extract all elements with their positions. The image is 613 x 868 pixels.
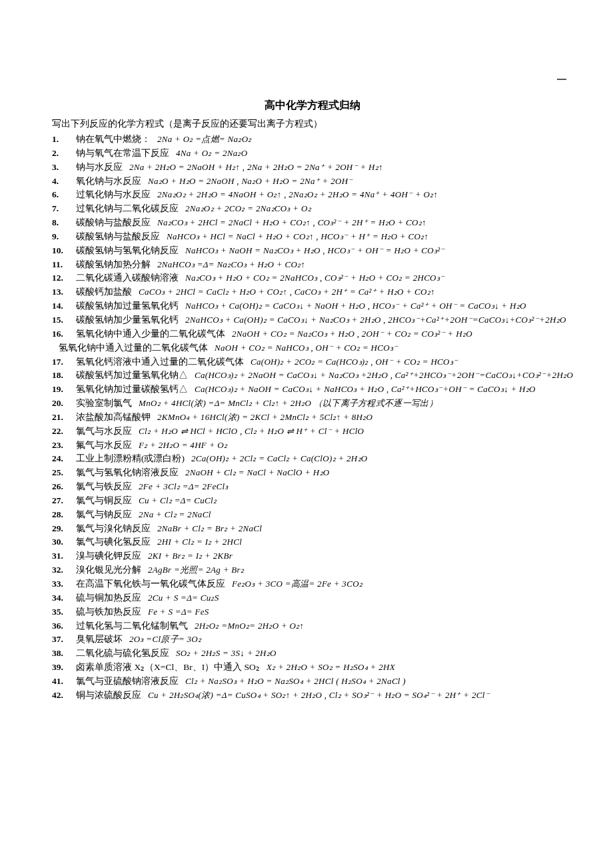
row-handwriting: CaCO₃ + 2HCl = CaCl₂ + H₂O + CO₂↑ , CaCO… — [139, 286, 435, 299]
row-number: 23. — [52, 439, 69, 452]
row-prompt: 氢氧化钠中通入少量的二氧化碳气体 — [76, 327, 225, 341]
row-prompt: 过氧化钠与水反应 — [76, 188, 151, 201]
row-prompt: 实验室制氯气 — [76, 397, 132, 410]
equation-row: 9.碳酸氢钠与盐酸反应NaHCO₃ + HCl = NaCl + H₂O + C… — [52, 230, 573, 243]
row-handwriting: 2KI + Br₂ = I₂ + 2KBr — [148, 550, 233, 563]
equation-row: 14.碳酸氢钠加过量氢氧化钙NaHCO₃ + Ca(OH)₂ = CaCO₃↓ … — [52, 299, 573, 313]
row-handwriting: Cl₂ + H₂O ⇌ HCl + HClO , Cl₂ + H₂O ⇌ H⁺ … — [139, 425, 364, 438]
row-prompt: 碳酸氢钠加热分解 — [76, 258, 151, 271]
equation-row: 18.碳酸氢钙加过量氢氧化钠△Ca(HCO₃)₂ + 2NaOH = CaCO₃… — [52, 369, 573, 382]
row-prompt: 氯气与氢氧化钠溶液反应 — [76, 466, 179, 479]
row-number: 4. — [52, 175, 69, 188]
row-handwriting: Na₂CO₃ + H₂O + CO₂ = 2NaHCO₃ , CO₃²⁻ + H… — [185, 272, 444, 285]
row-handwriting: 2Fe + 3Cl₂ =Δ= 2FeCl₃ — [139, 481, 229, 493]
row-handwriting: 2NaBr + Cl₂ = Br₂ + 2NaCl — [157, 523, 262, 535]
row-handwriting: Fe + S =Δ= FeS — [148, 606, 209, 619]
row-handwriting: Cu + 2H₂SO₄(浓) =Δ= CuSO₄ + SO₂↑ + 2H₂O ,… — [148, 689, 490, 702]
equation-row: 20.实验室制氯气MnO₂ + 4HCl(浓) =Δ= MnCl₂ + Cl₂↑… — [52, 397, 573, 410]
equation-row: 8.碳酸钠与盐酸反应Na₂CO₃ + 2HCl = 2NaCl + H₂O + … — [52, 216, 573, 229]
row-number: 35. — [52, 605, 69, 619]
row-number: 36. — [52, 619, 69, 633]
row-prompt: 二氧化碳通入碳酸钠溶液 — [76, 271, 179, 285]
row-handwriting: NaHCO₃ + Ca(OH)₂ = CaCO₃↓ + NaOH + H₂O ,… — [185, 300, 526, 313]
row-prompt: 溴与碘化钾反应 — [76, 549, 141, 563]
row-handwriting: 2NaOH + CO₂ = Na₂CO₃ + H₂O , 2OH⁻ + CO₂ … — [232, 328, 472, 341]
row-number: 30. — [52, 535, 69, 549]
row-prompt: 钠与水反应 — [76, 161, 123, 174]
row-handwriting: 2Na + Cl₂ = 2NaCl — [139, 509, 211, 521]
row-number: 11. — [52, 258, 69, 271]
equation-row: 1.钠在氧气中燃烧：2Na + O₂ =点燃= Na₂O₂ — [52, 133, 573, 146]
row-number: 37. — [52, 633, 69, 646]
row-number: 31. — [52, 549, 69, 563]
row-prompt: 氯气与铜反应 — [76, 494, 132, 507]
row-number: 13. — [52, 285, 69, 299]
row-handwriting: 2O₃ =Cl原子= 3O₂ — [129, 633, 201, 646]
row-number: 28. — [52, 508, 69, 521]
row-number: 22. — [52, 425, 69, 438]
row-handwriting: Fe₂O₃ + 3CO =高温= 2Fe + 3CO₂ — [232, 578, 362, 591]
row-number: 9. — [52, 230, 69, 243]
equation-row: 39.卤素单质溶液 X₂（X=Cl、Br、I）中通入 SO₂X₂ + 2H₂O … — [52, 661, 573, 674]
equation-row: 11.碳酸氢钠加热分解2NaHCO₃ =Δ= Na₂CO₃ + H₂O + CO… — [52, 258, 573, 271]
row-number: 10. — [52, 244, 69, 257]
equation-row: 6.过氧化钠与水反应2Na₂O₂ + 2H₂O = 4NaOH + O₂↑ , … — [52, 188, 573, 201]
row-number: 38. — [52, 647, 69, 660]
row-number: 16. — [52, 327, 69, 341]
row-prompt: 氧化钠与水反应 — [76, 175, 141, 188]
row-handwriting: 4Na + O₂ = 2Na₂O — [176, 147, 247, 160]
equation-row: 32.溴化银见光分解2AgBr =光照= 2Ag + Br₂ — [52, 563, 573, 577]
row-handwriting: X₂ + 2H₂O + SO₂ = H₂SO₄ + 2HX — [267, 661, 395, 674]
row-prompt: 氢氧化钠加过量碳酸氢钙△ — [76, 383, 188, 396]
row-number: 15. — [52, 313, 69, 327]
row-prompt: 氢氧化钙溶液中通入过量的二氧化碳气体 — [76, 355, 244, 369]
row-handwriting: Na₂O + H₂O = 2NaOH , Na₂O + H₂O = 2Na⁺ +… — [148, 175, 353, 188]
row-prompt: 钠在氧气中燃烧： — [76, 133, 151, 146]
row-number: 18. — [52, 369, 69, 382]
row-number: 12. — [52, 271, 69, 285]
row-number: 29. — [52, 522, 69, 535]
equation-row: 34.硫与铜加热反应2Cu + S =Δ= Cu₂S — [52, 591, 573, 605]
row-handwriting: 2AgBr =光照= 2Ag + Br₂ — [148, 564, 244, 577]
row-prompt: 氯气与溴化钠反应 — [76, 522, 151, 535]
row-number: 7. — [52, 202, 69, 215]
row-prompt: 碳酸氢钠加过量氢氧化钙 — [76, 299, 179, 313]
row-handwriting: Na₂CO₃ + 2HCl = 2NaCl + H₂O + CO₂↑ , CO₃… — [157, 217, 426, 229]
row-handwriting: 2HI + Cl₂ = I₂ + 2HCl — [157, 536, 242, 549]
row-handwriting: Ca(HCO₃)₂ + NaOH = CaCO₃↓ + NaHCO₃ + H₂O… — [195, 383, 536, 396]
row-handwriting: NaHCO₃ + HCl = NaCl + H₂O + CO₂↑ , HCO₃⁻… — [167, 231, 428, 243]
row-handwriting: 2NaOH + Cl₂ = NaCl + NaClO + H₂O — [185, 467, 330, 479]
equation-row: 7.过氧化钠与二氧化碳反应2Na₂O₂ + 2CO₂ = 2Na₂CO₃ + O… — [52, 202, 573, 215]
row-prompt: 碳酸氢钠与盐酸反应 — [76, 230, 160, 243]
row-handwriting: MnO₂ + 4HCl(浓) =Δ= MnCl₂ + Cl₂↑ + 2H₂O （… — [139, 397, 438, 410]
row-number: 3. — [52, 161, 69, 174]
row-number: 24. — [52, 452, 69, 465]
row-prompt: 碳酸氢钠与氢氧化钠反应 — [76, 244, 179, 257]
row-number: 14. — [52, 299, 69, 313]
row-prompt: 浓盐酸加高锰酸钾 — [76, 411, 151, 424]
row-prompt: 碳酸钙加盐酸 — [76, 285, 132, 299]
equation-row: 38.二氧化硫与硫化氢反应SO₂ + 2H₂S = 3S↓ + 2H₂O — [52, 647, 573, 660]
equation-row: 25.氯气与氢氧化钠溶液反应2NaOH + Cl₂ = NaCl + NaClO… — [52, 466, 573, 479]
row-prompt: 臭氧层破坏 — [76, 633, 123, 646]
row-prompt: 碳酸氢钙加过量氢氧化钠△ — [76, 369, 188, 382]
equation-row: 22.氯气与水反应Cl₂ + H₂O ⇌ HCl + HClO , Cl₂ + … — [52, 425, 573, 438]
row-prompt: 卤素单质溶液 X₂（X=Cl、Br、I）中通入 SO₂ — [76, 661, 260, 674]
equation-row: 13.碳酸钙加盐酸CaCO₃ + 2HCl = CaCl₂ + H₂O + CO… — [52, 285, 573, 299]
equation-row: 37.臭氧层破坏2O₃ =Cl原子= 3O₂ — [52, 633, 573, 646]
page-mark — [557, 79, 566, 80]
row-handwriting: Cu + Cl₂ =Δ= CuCl₂ — [139, 495, 217, 507]
row-prompt: 在高温下氧化铁与一氧化碳气体反应 — [76, 577, 225, 591]
equation-row: 41.氯气与亚硫酸钠溶液反应Cl₂ + Na₂SO₃ + H₂O = Na₂SO… — [52, 675, 573, 688]
row-prompt: 氢氧化钠中通入过量的二氧化碳气体 — [59, 341, 208, 355]
row-handwriting: Ca(OH)₂ + 2CO₂ = Ca(HCO₃)₂ , OH⁻ + CO₂ =… — [251, 356, 458, 369]
equation-row: 17.氢氧化钙溶液中通入过量的二氧化碳气体Ca(OH)₂ + 2CO₂ = Ca… — [52, 355, 573, 369]
row-prompt: 氯气与亚硫酸钠溶液反应 — [76, 675, 179, 688]
row-handwriting: 2KMnO₄ + 16HCl(浓) = 2KCl + 2MnCl₂ + 5Cl₂… — [157, 411, 372, 424]
row-prompt: 钠与氧气在常温下反应 — [76, 147, 169, 160]
equation-row: 19.氢氧化钠加过量碳酸氢钙△Ca(HCO₃)₂ + NaOH = CaCO₃↓… — [52, 383, 573, 396]
row-number: 20. — [52, 397, 69, 410]
equation-row: 36.过氧化氢与二氧化锰制氧气2H₂O₂ =MnO₂= 2H₂O + O₂↑ — [52, 619, 573, 633]
row-handwriting: Cl₂ + Na₂SO₃ + H₂O = Na₂SO₄ + 2HCl ( H₂S… — [185, 675, 406, 688]
row-number: 34. — [52, 591, 69, 605]
